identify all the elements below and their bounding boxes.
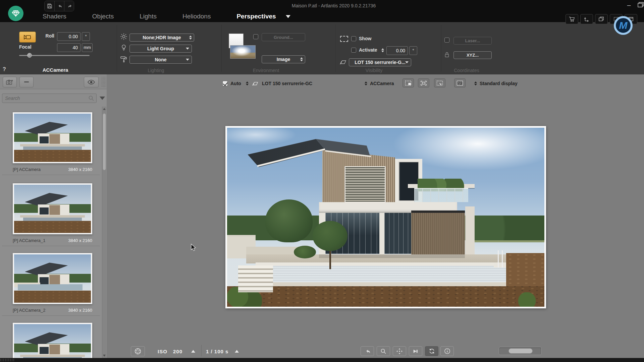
show-checkbox[interactable] xyxy=(351,36,356,41)
layer-selector[interactable]: LOT 150 serrurerie-GC xyxy=(246,79,312,88)
filter-dropdown-arrow[interactable] xyxy=(100,97,105,100)
focal-unit-button[interactable]: mm xyxy=(82,43,93,52)
pan-tool-button[interactable] xyxy=(393,346,406,356)
camera-thumbnail-accamera[interactable] xyxy=(13,112,92,163)
display-mode-selector[interactable]: Standard display xyxy=(474,79,518,88)
camera-list-scrollbar[interactable] xyxy=(102,107,106,358)
panel-grip[interactable] xyxy=(101,76,106,87)
duplicate-button[interactable] xyxy=(595,14,608,24)
exposure-slider-thumb[interactable] xyxy=(508,348,533,354)
render-preview[interactable] xyxy=(225,126,546,308)
menu-item-lights[interactable]: Lights xyxy=(140,13,157,20)
shutter-stepper-icon[interactable] xyxy=(235,350,239,353)
ground-checkbox[interactable] xyxy=(253,34,258,39)
roll-unit-button[interactable]: ° xyxy=(82,32,90,41)
store-cart-button[interactable] xyxy=(566,14,578,24)
menu-item-heliodons[interactable]: Heliodons xyxy=(182,13,211,20)
roll-input[interactable]: 0.00 xyxy=(57,32,80,41)
render-area-icon xyxy=(340,36,348,42)
iso-stepper-icon[interactable] xyxy=(191,350,195,353)
angle-stepper[interactable] xyxy=(381,48,384,52)
dirt-slope xyxy=(506,253,544,289)
environment-section-label: Environment xyxy=(232,68,300,73)
visibility-eye-button[interactable] xyxy=(84,77,99,87)
remove-camera-button[interactable] xyxy=(19,77,34,87)
restore-window-button[interactable] xyxy=(637,2,644,8)
pillar xyxy=(379,213,384,255)
hdr-image-preview[interactable] xyxy=(230,45,256,59)
auto-checkbox[interactable] xyxy=(222,81,228,86)
laser-button[interactable]: Laser... xyxy=(453,37,492,45)
tree xyxy=(313,221,347,251)
iso-label: ISO xyxy=(158,349,167,354)
xyz-button[interactable]: XYZ... xyxy=(453,51,492,59)
save-button[interactable] xyxy=(45,1,54,11)
info-button[interactable] xyxy=(440,346,454,356)
laser-checkbox[interactable] xyxy=(444,38,449,43)
neon-shader-dropdown[interactable]: None xyxy=(129,56,192,64)
visibility-layer-dropdown[interactable]: LOT 150 serrurerie-G... xyxy=(349,58,411,66)
camera-selector[interactable]: ACCamera xyxy=(365,79,394,88)
pool-fountain xyxy=(494,250,508,267)
aperture-button[interactable] xyxy=(131,346,145,356)
camera-list-header xyxy=(0,74,107,89)
preview-viewport[interactable]: Auto LOT 150 serrurerie-GC ACCamera xyxy=(107,74,644,358)
search-icon xyxy=(88,95,94,101)
angle-input[interactable]: 0.00 xyxy=(386,46,408,55)
search-input[interactable] xyxy=(2,94,97,103)
sun-icon xyxy=(120,33,127,40)
activate-checkbox[interactable] xyxy=(351,48,356,53)
zoom-tool-button[interactable] xyxy=(377,346,390,356)
preview-quality-button[interactable] xyxy=(454,78,466,87)
focal-slider-thumb[interactable] xyxy=(27,53,32,58)
help-button[interactable]: ? xyxy=(3,66,6,72)
angle-unit-button[interactable]: ° xyxy=(409,46,417,55)
camera-resolution: 3840 x 2160 xyxy=(68,167,92,172)
scroll-up-icon[interactable] xyxy=(103,108,106,110)
updown-arrows-icon xyxy=(300,57,303,61)
refresh-view-button[interactable] xyxy=(425,346,438,356)
list-separator xyxy=(2,246,100,247)
visibility-layer-value: LOT 150 serrurerie-G... xyxy=(355,60,406,65)
light-group-dropdown[interactable]: Light Group xyxy=(129,45,192,53)
hdr-environment-dropdown[interactable]: None;HDR Image xyxy=(129,34,194,42)
status-strip xyxy=(0,358,644,362)
camera-thumbnail-accamera-1[interactable] xyxy=(13,183,92,234)
undo-view-button[interactable] xyxy=(361,346,374,356)
focal-input[interactable]: 40 xyxy=(57,43,80,52)
scroll-down-icon[interactable] xyxy=(103,355,106,357)
updown-arrows-icon xyxy=(365,81,367,85)
undo-button[interactable] xyxy=(54,1,64,11)
activate-label: Activate xyxy=(359,47,377,53)
scrollbar-thumb[interactable] xyxy=(103,113,106,170)
dropdown-arrow-icon xyxy=(186,48,189,50)
camera-name: ACCamera xyxy=(370,81,394,86)
minimize-button[interactable]: – xyxy=(625,1,633,9)
resize-view-button[interactable] xyxy=(434,78,445,87)
house-shadow xyxy=(319,254,465,258)
mouse-cursor xyxy=(191,244,197,252)
add-camera-button[interactable] xyxy=(3,77,17,87)
visibility-section-label: Visibility xyxy=(340,68,408,73)
chevron-down-icon[interactable] xyxy=(286,15,290,18)
camera-thumbnail-accamera-2[interactable] xyxy=(13,253,92,304)
neon-roller-icon xyxy=(120,55,127,63)
artlantis-logo-icon xyxy=(8,6,23,21)
environment-mode-dropdown[interactable]: Image xyxy=(262,55,305,63)
main-menu: Shaders Objects Lights Heliodons Perspec… xyxy=(43,13,290,20)
bush xyxy=(294,246,316,258)
menu-item-shaders[interactable]: Shaders xyxy=(43,13,66,20)
menu-item-objects[interactable]: Objects xyxy=(92,13,114,20)
focal-slider[interactable] xyxy=(19,55,90,56)
fit-view-button[interactable] xyxy=(418,78,429,87)
camera-mode-button[interactable] xyxy=(19,32,36,43)
exposure-slider[interactable] xyxy=(499,347,542,355)
redo-button[interactable] xyxy=(64,1,74,11)
iso-value: 200 xyxy=(173,349,182,354)
camera-view-button[interactable] xyxy=(409,346,422,356)
transfer-arrows-button[interactable] xyxy=(580,14,593,24)
render-region-button[interactable] xyxy=(402,78,414,87)
camera-thumbnail-clipped[interactable] xyxy=(13,323,92,358)
ground-button[interactable]: Ground... xyxy=(262,33,305,41)
menu-item-perspectives[interactable]: Perspectives xyxy=(236,13,276,20)
